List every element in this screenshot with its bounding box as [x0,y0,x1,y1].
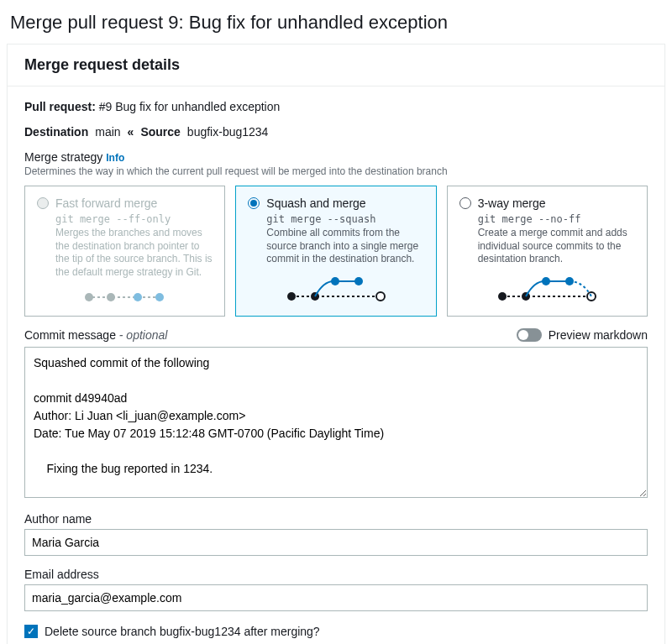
page-title: Merge pull request 9: Bug fix for unhand… [10,12,665,34]
strategy-squash[interactable]: Squash and merge git merge --squash Comb… [235,186,436,317]
svg-point-13 [498,292,507,301]
strategy-title: 3-way merge [478,196,546,210]
commit-message-input[interactable] [24,347,648,498]
strategy-code: git merge --no-ff [478,213,635,225]
strategy-title: Squash and merge [266,196,365,210]
svg-point-11 [354,277,363,285]
svg-point-2 [107,293,115,301]
pull-request-line: Pull request: #9 Bug fix for unhandled e… [24,100,648,113]
merge-strategy-help: Determines the way in which the current … [24,165,648,177]
radio-squash[interactable] [248,197,260,209]
preview-markdown-label: Preview markdown [549,328,648,342]
delete-branch-checkbox[interactable]: ✓ [24,625,38,638]
commit-message-label: Commit message [24,328,116,342]
svg-point-18 [565,277,574,285]
strategy-code: git merge --squash [266,213,423,225]
svg-point-6 [287,292,296,301]
toggle-icon[interactable] [517,328,542,342]
svg-point-10 [331,277,339,285]
email-input[interactable] [24,584,648,611]
strategy-desc: Merges the branches and moves the destin… [55,227,213,279]
svg-point-1 [85,293,93,301]
pull-request-number: #9 [99,100,113,113]
branch-line: Destination main « Source bugfix-bug1234 [24,125,648,139]
pull-request-title: Bug fix for unhandled exception [115,100,280,113]
source-branch: bugfix-bug1234 [187,125,269,139]
destination-branch: main [95,125,120,139]
merge-details-panel: Merge request details Pull request: #9 B… [7,44,665,644]
threeway-diagram-icon [459,275,635,303]
info-link[interactable]: Info [106,152,124,164]
svg-point-4 [155,293,164,301]
email-label: Email address [24,568,648,581]
strategy-code: git merge --ff-only [55,213,213,225]
strategy-fast-forward: Fast forward merge git merge --ff-only M… [24,186,225,317]
radio-3way[interactable] [459,197,471,209]
destination-label: Destination [24,125,88,139]
squash-diagram-icon [248,275,423,303]
svg-point-15 [587,292,596,301]
preview-markdown-toggle[interactable]: Preview markdown [517,328,648,342]
merge-strategy-section: Merge strategy Info Determines the way i… [24,150,648,317]
strategy-title: Fast forward merge [55,196,157,210]
author-name-input[interactable] [24,529,648,556]
strategy-desc: Combine all commits from the source bran… [266,227,423,266]
ff-diagram-icon [37,287,213,307]
source-label: Source [140,125,180,139]
commit-optional-label: - optional [119,328,168,342]
svg-point-8 [376,292,385,301]
author-name-label: Author name [24,512,648,526]
svg-point-17 [542,277,550,285]
strategy-3way[interactable]: 3-way merge git merge --no-ff Create a m… [447,186,648,317]
merge-strategy-label: Merge strategy [24,150,102,164]
delete-branch-label: Delete source branch bugfix-bug1234 afte… [45,625,320,638]
strategy-desc: Create a merge commit and adds individua… [478,227,635,266]
chevron-left-icon: « [128,125,134,139]
svg-point-3 [134,293,142,301]
check-icon: ✓ [27,626,35,636]
panel-title: Merge request details [8,45,664,86]
radio-fast-forward [37,197,49,209]
pull-request-label: Pull request: [24,100,96,113]
